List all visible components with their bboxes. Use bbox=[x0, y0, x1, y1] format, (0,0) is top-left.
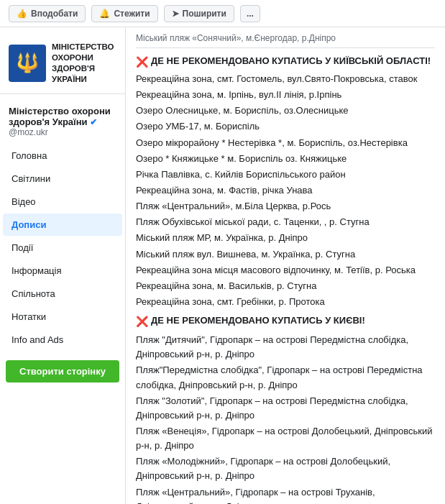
follow-label: Стежити bbox=[114, 9, 150, 19]
list-item: Міський пляж вул. Вишнева, м. Українка, … bbox=[136, 247, 435, 262]
warning-icon-1: ❌ bbox=[136, 56, 148, 68]
warning-icon-2: ❌ bbox=[136, 316, 148, 327]
sidebar-nav-item[interactable]: Головна bbox=[3, 145, 122, 167]
sidebar-handle: @moz.ukr bbox=[9, 127, 116, 137]
like-button[interactable]: 👍 Вподобати bbox=[9, 5, 86, 22]
list-item: Озеро мікрорайону * Нестерівка *, м. Бор… bbox=[136, 136, 435, 150]
main-layout: 🔱 МІНІСТЕРСТВО ОХОРОНИ ЗДОРОВ'Я УКРАЇНИ … bbox=[0, 27, 445, 504]
content-inner: Міський пляж «Сонячний», м.Єнергодар, р.… bbox=[126, 27, 445, 504]
list-item: Пляж "Дитячий", Гідропарк – на острові П… bbox=[136, 333, 435, 362]
section1-header: ❌ ДЕ НЕ РЕКОМЕНДОВАНО КУПАТИСЬ У КИЇВСЬК… bbox=[136, 55, 435, 68]
list-item: Пляж Обухівської міської ради, с. Таценк… bbox=[136, 215, 435, 229]
list-item: Озеро УМБ-17, м. Бориспіль bbox=[136, 119, 435, 134]
follow-button[interactable]: 🔔 Стежити bbox=[91, 5, 157, 22]
sidebar-nav-item[interactable]: Інформація bbox=[3, 260, 122, 282]
section2-list: Пляж "Дитячий", Гідропарк – на острові П… bbox=[136, 333, 435, 504]
section2-header-text: ДЕ НЕ РЕКОМЕНДОВАНО КУПАТИСЬ У КИЄВІ! bbox=[151, 315, 365, 326]
sidebar-page-info: Міністерство охорони здоров'я України ✔ … bbox=[0, 100, 125, 139]
share-button[interactable]: ➤ Поширити bbox=[164, 5, 234, 22]
list-item: Рекреаційна зона, м. Васильків, р. Стугн… bbox=[136, 279, 435, 293]
share-icon: ➤ bbox=[172, 9, 179, 19]
sidebar-nav-item[interactable]: Info and Ads bbox=[3, 329, 122, 351]
section2-header: ❌ ДЕ НЕ РЕКОМЕНДОВАНО КУПАТИСЬ У КИЄВІ! bbox=[136, 315, 435, 327]
post-teaser: Міський пляж «Сонячний», м.Єнергодар, р.… bbox=[136, 33, 435, 48]
thumbs-up-icon: 👍 bbox=[17, 9, 27, 19]
sidebar-nav-item[interactable]: Нотатки bbox=[3, 306, 122, 328]
list-item: Рекреаційна зона місця масового відпочин… bbox=[136, 263, 435, 278]
ministry-emblem: 🔱 bbox=[9, 45, 46, 82]
sidebar-nav-item[interactable]: Світлини bbox=[3, 168, 122, 190]
list-item: Міський пляж МР, м. Українка, р. Дніпро bbox=[136, 231, 435, 245]
sidebar-logo: 🔱 МІНІСТЕРСТВО ОХОРОНИ ЗДОРОВ'Я УКРАЇНИ bbox=[0, 36, 125, 94]
sidebar: 🔱 МІНІСТЕРСТВО ОХОРОНИ ЗДОРОВ'Я УКРАЇНИ … bbox=[0, 27, 126, 504]
logo-text: МІНІСТЕРСТВО ОХОРОНИ ЗДОРОВ'Я УКРАЇНИ bbox=[52, 42, 116, 85]
content-area: Міський пляж «Сонячний», м.Єнергодар, р.… bbox=[126, 27, 445, 504]
list-item: Пляж"Передмістна слобідка", Гідропарк – … bbox=[136, 363, 435, 392]
more-button[interactable]: ... bbox=[240, 5, 260, 22]
list-item: Рекреаційна зона, смт. Гребінки, р. Прот… bbox=[136, 295, 435, 309]
verified-icon: ✔ bbox=[90, 117, 97, 127]
list-item: Пляж «Молодіжний», Гідропарк – на остров… bbox=[136, 454, 435, 483]
sidebar-nav-item[interactable]: Спільнота bbox=[3, 283, 122, 305]
sidebar-nav: ГоловнаСвітлиниВідеоДописиПодіїІнформаці… bbox=[0, 145, 125, 351]
list-item: Рекреаційна зона, смт. Гостомель, вул.Св… bbox=[136, 72, 435, 86]
section1-list: Рекреаційна зона, смт. Гостомель, вул.Св… bbox=[136, 72, 435, 309]
section1-header-text: ДЕ НЕ РЕКОМЕНДОВАНО КУПАТИСЬ У КИЇВСЬКІЙ… bbox=[151, 55, 431, 66]
sidebar-nav-item[interactable]: Дописи bbox=[3, 214, 122, 236]
more-label: ... bbox=[247, 9, 254, 19]
list-item: Рекреаційна зона, м. Фастів, річка Унава bbox=[136, 183, 435, 198]
list-item: Пляж «Венеція», Гідропарк – на острові Д… bbox=[136, 424, 435, 453]
like-label: Вподобати bbox=[31, 9, 78, 19]
sidebar-page-name: Міністерство охорони здоров'я України ✔ bbox=[9, 106, 116, 127]
list-item: Пляж «Центральний», Гідропарк – на остро… bbox=[136, 485, 435, 504]
create-page-button[interactable]: Створити сторінку bbox=[6, 360, 119, 382]
svg-text:🔱: 🔱 bbox=[16, 51, 40, 74]
bell-icon: 🔔 bbox=[99, 9, 110, 19]
list-item: Рекреаційна зона, м. Ірпінь, вул.ІІ ліні… bbox=[136, 88, 435, 102]
sidebar-nav-item[interactable]: Відео bbox=[3, 191, 122, 213]
action-bar: 👍 Вподобати 🔔 Стежити ➤ Поширити ... bbox=[0, 0, 445, 27]
sidebar-nav-item[interactable]: Події bbox=[3, 237, 122, 259]
list-item: Річка Павлівка, с. Кийлів Бориспільськог… bbox=[136, 168, 435, 182]
list-item: Пляж «Центральний», м.Біла Церква, р.Рос… bbox=[136, 199, 435, 214]
list-item: Пляж "Золотий", Гідропарк – на острові П… bbox=[136, 394, 435, 423]
share-label: Поширити bbox=[183, 9, 226, 19]
list-item: Озеро * Княжицьке * м. Бориспіль оз. Кня… bbox=[136, 152, 435, 166]
list-item: Озеро Олесницьке, м. Бориспіль, оз.Олесн… bbox=[136, 104, 435, 118]
